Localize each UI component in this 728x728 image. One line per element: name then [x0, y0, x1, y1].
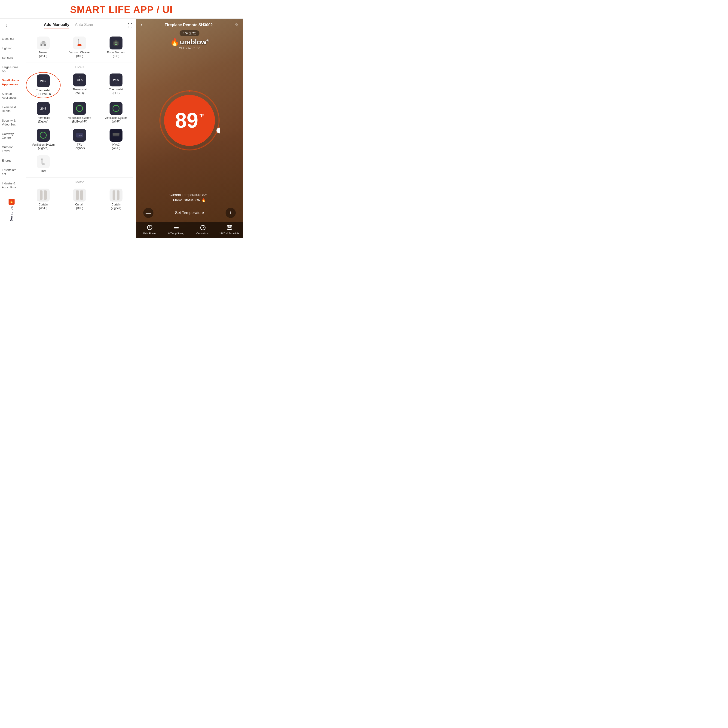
current-temperature-label: Current Temperature 82°F — [140, 193, 239, 197]
sidebar-item-kitchen[interactable]: Kitchen Appliances — [0, 89, 23, 102]
bottom-nav-main-power[interactable]: Main Power — [136, 224, 163, 235]
durablow-name: urablow® — [180, 38, 209, 46]
countdown-icon — [199, 224, 206, 231]
temp-ring: 89 °F — [159, 90, 220, 150]
hvac-wifi-label: HVAC(Wi-Fi) — [112, 143, 120, 150]
page-title: SMART LIFE APP / UI — [0, 4, 243, 15]
vent-ble-wifi-icon — [73, 102, 86, 115]
svg-rect-30 — [229, 228, 230, 228]
device-vacuum[interactable]: Vacuum Cleaner(BLE) — [63, 35, 97, 60]
thermostat-ble-wifi-icon: + 20.5 − — [37, 74, 50, 87]
device-curtain-wifi[interactable]: Curtain(Wi-Fi) — [26, 187, 61, 211]
device-trv-zigbee[interactable]: 2500 TRV(Zigbee) — [63, 127, 97, 151]
device-vent-ble-wifi[interactable]: Ventilation System(BLE+Wi-Fi) — [63, 101, 97, 125]
countdown-label: Countdown — [196, 232, 210, 235]
robot-vacuum-icon — [110, 37, 122, 49]
tab-add-manually[interactable]: Add Manually — [44, 22, 70, 28]
left-panel: ‹ Add Manually Auto Scan ⛶ Electrical Li… — [0, 19, 136, 238]
trv-zigbee-icon: 2500 — [73, 129, 86, 142]
schedule-label: °F/°C & Schedule — [220, 232, 239, 235]
sidebar-item-outdoor[interactable]: Outdoor Travel — [0, 142, 23, 156]
device-thermostat-ble[interactable]: + 20.5 − Thermostat(BLE) — [99, 72, 133, 98]
page-header: SMART LIFE APP / UI — [0, 0, 243, 18]
svg-point-3 — [44, 44, 46, 46]
device-curtain-ble[interactable]: Curtain(BLE) — [63, 187, 97, 211]
svg-point-11 — [116, 42, 118, 43]
right-header: ‹ Fireplace Remote SH3002 ✎ — [136, 19, 243, 30]
sidebar-item-large-home[interactable]: Large Home Ap... — [0, 63, 23, 76]
bottom-nav-temp-swing[interactable]: 8 Temp Swing — [163, 224, 190, 235]
curtain-wifi-label: Curtain(Wi-Fi) — [38, 203, 47, 210]
bottom-nav-countdown[interactable]: Countdown — [190, 224, 216, 235]
svg-rect-29 — [228, 228, 229, 228]
hvac-wifi-icon — [110, 129, 122, 142]
sidebar-item-security[interactable]: Security & Video Sur... — [0, 116, 23, 129]
sidebar-item-sensors[interactable]: Sensors — [0, 53, 23, 63]
device-robot-vacuum[interactable]: Robot Vacuum(IPC) — [99, 35, 133, 60]
robot-vacuum-label: Robot Vacuum(IPC) — [107, 51, 125, 58]
trv-zigbee-label: TRV(Zigbee) — [74, 143, 85, 150]
svg-rect-31 — [230, 228, 231, 228]
back-button[interactable]: ‹ — [4, 21, 9, 29]
trv-label: TRV — [40, 170, 46, 173]
right-back-button[interactable]: ‹ — [141, 22, 142, 28]
sidebar-item-gateway[interactable]: Gateway Control — [0, 129, 23, 143]
device-vent-wifi[interactable]: Ventilation System(Wi-Fi) — [99, 101, 133, 125]
mower-label: Mower(Wi-Fi) — [39, 51, 47, 58]
tab-auto-scan[interactable]: Auto Scan — [75, 22, 93, 28]
temperature-unit: °F — [199, 113, 204, 119]
left-body: Electrical Lighting Sensors Large Home A… — [0, 32, 136, 238]
thermostat-ble-icon: + 20.5 − — [110, 73, 122, 86]
temp-decrease-button[interactable]: — — [143, 208, 153, 218]
sidebar: Electrical Lighting Sensors Large Home A… — [0, 32, 23, 238]
main-layout: ‹ Add Manually Auto Scan ⛶ Electrical Li… — [0, 18, 243, 238]
device-thermostat-zigbee[interactable]: + 20.5 − Thermostat(Zigbee) — [26, 101, 61, 125]
flame-status-label: Flame Status: ON 🔥 — [140, 198, 239, 202]
schedule-icon — [226, 224, 233, 231]
device-thermostat-wifi[interactable]: + 20.5 − Thermostat(Wi-Fi) — [63, 72, 97, 98]
trv-icon — [37, 155, 50, 168]
thermostat-wifi-icon: + 20.5 − — [73, 73, 86, 86]
device-vent-zigbee[interactable]: Ventilation System(Zigbee) — [26, 127, 61, 151]
vent-zigbee-label: Ventilation System(Zigbee) — [32, 143, 55, 150]
sidebar-item-industry[interactable]: Industry & Agriculture — [0, 179, 23, 192]
sidebar-item-exercise[interactable]: Exercise & Health — [0, 102, 23, 116]
sidebar-item-entertainment[interactable]: Entertainm ent — [0, 165, 23, 179]
vent-zigbee-icon — [37, 129, 50, 142]
temp-increase-button[interactable]: + — [226, 208, 236, 218]
curtain-zigbee-icon — [110, 188, 122, 202]
thermostat-zigbee-label: Thermostat(Zigbee) — [36, 116, 50, 124]
set-temperature-value: 89 — [175, 110, 198, 131]
bottom-navigation: Main Power 8 Temp Swing — [136, 222, 243, 238]
thermostat-zigbee-icon: + 20.5 − — [37, 102, 50, 115]
svg-rect-15 — [42, 163, 44, 165]
outdoor-temp-badge: 4°F (2°C) — [180, 30, 200, 36]
durablow-logo-area: 🔥 urablow® OFF after 01:00 — [136, 38, 243, 50]
svg-rect-7 — [78, 39, 79, 40]
section-divider-hvac — [26, 62, 133, 63]
device-hvac-wifi[interactable]: HVAC(Wi-Fi) — [99, 127, 133, 151]
fullscreen-icon[interactable]: ⛶ — [128, 23, 132, 28]
right-edit-button[interactable]: ✎ — [235, 22, 239, 28]
svg-rect-6 — [77, 44, 82, 46]
off-after-text: OFF after 01:00 — [136, 46, 243, 50]
brand-icon: 🔥 — [9, 199, 15, 205]
section-divider-motor — [26, 177, 133, 177]
sidebar-item-small-home[interactable]: Small Home Appliances — [0, 76, 23, 89]
right-panel-title: Fireplace Remote SH3002 — [165, 23, 213, 27]
device-trv[interactable]: TRV — [26, 154, 61, 175]
section-title-hvac: HVAC — [26, 65, 133, 69]
sidebar-item-energy[interactable]: Energy — [0, 156, 23, 165]
bottom-nav-schedule[interactable]: °F/°C & Schedule — [216, 224, 243, 235]
content-area: Mower(Wi-Fi) Vacuum Cleaner(BLE) — [23, 32, 136, 238]
device-thermostat-ble-wifi[interactable]: + 20.5 − Thermostat(BLE+Wi-Fi) — [26, 72, 61, 98]
device-curtain-zigbee[interactable]: Curtain(Zigbee) — [99, 187, 133, 211]
device-mower[interactable]: Mower(Wi-Fi) — [26, 35, 61, 60]
durablow-logo: 🔥 urablow® — [136, 38, 243, 46]
right-content: ‹ Fireplace Remote SH3002 ✎ 4°F (2°C) 🔥 … — [136, 19, 243, 238]
sidebar-item-electrical[interactable]: Electrical — [0, 34, 23, 44]
top-nav: ‹ Add Manually Auto Scan ⛶ — [0, 19, 136, 32]
sidebar-item-lighting[interactable]: Lighting — [0, 44, 23, 53]
curtain-ble-label: Curtain(BLE) — [75, 203, 84, 210]
temp-swing-label: 8 Temp Swing — [168, 232, 184, 235]
